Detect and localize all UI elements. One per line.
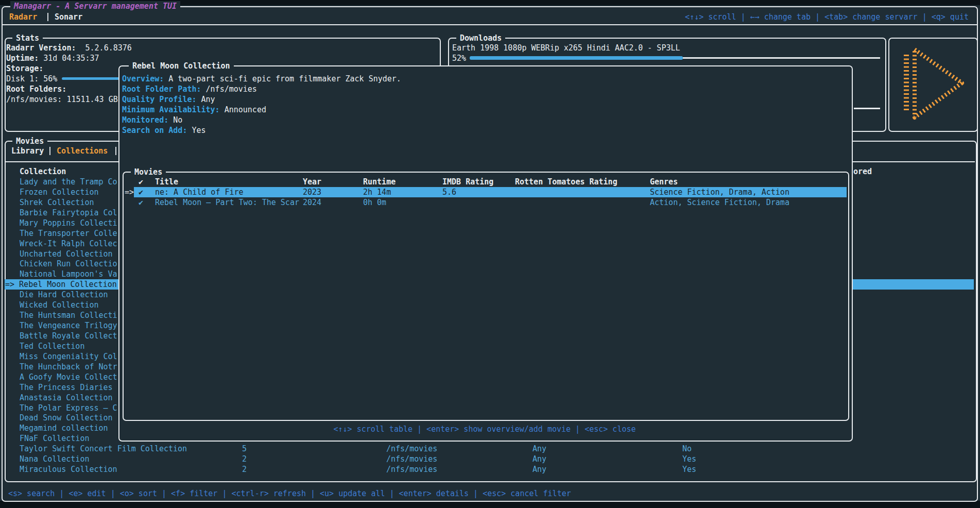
collection-cell-root_folder: /nfs/movies [386, 464, 437, 475]
collection-list-item[interactable]: Frozen Collection [20, 187, 99, 197]
tab-collections[interactable]: Collections [57, 146, 108, 156]
modal-movie-cell-year[interactable]: 2024 [303, 197, 321, 208]
stats-version-label: Radarr Version: [6, 43, 76, 53]
collection-list-item[interactable]: Chicken Run Collectio [20, 259, 117, 269]
modal-movie-cell-check[interactable]: ✔ [139, 197, 143, 208]
modal-keybinds: <↑↓> scroll table | <enter> show overvie… [118, 424, 851, 434]
modal-field: Monitored: No [122, 115, 182, 125]
download-progress-trail [683, 57, 880, 59]
modal-column-header: Title [155, 177, 178, 187]
modal-field: Search on Add: Yes [122, 125, 206, 136]
monitored-column-header-cut: ored [853, 166, 872, 177]
stats-uptime-value: 31d 04:35:37 [39, 54, 99, 63]
stats-storage-label: Storage: [6, 63, 43, 74]
tabs-separator-line [2, 24, 978, 25]
modal-field: Quality Profile: Any [122, 94, 215, 105]
collection-list-item[interactable]: National Lampoon's Va [20, 269, 117, 279]
modal-column-header: IMDB Rating [442, 177, 493, 187]
collection-list-item[interactable]: The Transporter Colle [20, 228, 117, 239]
tab-sonarr[interactable]: Sonarr [55, 12, 82, 22]
collection-list-item[interactable]: Dead Snow Collection [20, 413, 113, 423]
modal-movies-table-box: Movies [123, 172, 849, 421]
stats-version-line: Radarr Version: 5.2.6.8376 [6, 43, 132, 53]
modal-field-label: Overview: [122, 74, 164, 83]
collection-list-item[interactable]: The Hunchback of Notr [20, 362, 117, 372]
tab-divider [47, 13, 48, 21]
modal-movie-cell-imdb: 5.6 [442, 187, 456, 197]
collection-list-item[interactable]: Miraculous Collection [20, 464, 117, 475]
download-percent: 52% [452, 53, 466, 63]
collection-cell-root_folder: /nfs/movies [386, 454, 437, 464]
collection-list-item[interactable]: A Goofy Movie Collect [20, 372, 117, 382]
modal-field: Root Folder Path: /nfs/movies [122, 84, 257, 94]
selected-row-highlight-sliver [853, 279, 974, 290]
collection-list-item[interactable]: Ted Collection [20, 341, 84, 351]
footer-keybinds: <s> search | <e> edit | <o> sort | <f> f… [8, 488, 571, 499]
download2-progress-trail [854, 108, 880, 109]
collection-list-item[interactable]: Nana Collection [20, 454, 89, 464]
modal-movie-cell-genres[interactable]: Action, Science Fiction, Drama [650, 197, 789, 208]
collection-cell-quality_profile: Any [532, 444, 546, 454]
collection-list-item-selected[interactable]: => Rebel Moon Collection [5, 279, 119, 290]
modal-movie-cell-check: ✔ [139, 187, 143, 197]
modal-column-header: Rotten Tomatoes Rating [515, 177, 617, 187]
managarr-play-logo-icon [899, 44, 967, 123]
collection-list-item[interactable]: Lady and the Tramp Co [20, 177, 117, 187]
collection-column-header: Collection [20, 166, 66, 177]
collection-list-item[interactable]: Wreck-It Ralph Collec [20, 239, 117, 249]
collection-cell-movie_count: 2 [242, 464, 247, 475]
collection-list-item[interactable]: Die Hard Collection [20, 290, 108, 300]
modal-movie-cell-runtime: 2h 14m [363, 187, 391, 197]
collection-list-item[interactable]: The Polar Express – C [20, 403, 117, 413]
collection-cell-movie_count: 2 [242, 454, 247, 464]
collection-list-item[interactable]: Miss Congeniality Col [20, 351, 117, 362]
collection-list-item[interactable]: The Princess Diaries [20, 382, 113, 393]
terminal-bottom-strip [0, 501, 980, 508]
modal-selected-row-prefix: => [125, 187, 134, 197]
modal-movie-cell-year: 2023 [303, 187, 321, 197]
collection-list-item[interactable]: Uncharted Collection [20, 249, 113, 259]
stats-uptime-label: Uptime: [6, 54, 39, 63]
modal-title: Rebel Moon Collection [129, 61, 234, 71]
collection-list-item[interactable]: The Huntsman Collecti [20, 310, 117, 320]
collection-list-item[interactable]: The Vengeance Trilogy [20, 320, 117, 331]
collection-list-item[interactable]: Taylor Swift Concert Film Collection [20, 444, 187, 454]
stats-uptime-line: Uptime: 31d 04:35:37 [6, 53, 99, 63]
stats-title: Stats [12, 33, 43, 43]
collection-list-item[interactable]: Barbie Fairytopia Col [20, 208, 117, 218]
stats-version-value: 5.2.6.8376 [76, 43, 131, 53]
collection-list-item[interactable]: Battle Royale Collect [20, 331, 117, 341]
collection-list-item[interactable]: Anastasia Collection [20, 393, 113, 403]
collection-list-item[interactable]: Mary Poppins Collecti [20, 218, 117, 228]
collection-cell-quality_profile: Any [532, 454, 546, 464]
tab-radarr[interactable]: Radarr [9, 12, 37, 22]
modal-column-header: ✔ [139, 177, 143, 187]
collection-list-item[interactable]: Shrek Collection [20, 197, 94, 208]
collection-list-item[interactable]: Megamind collection [20, 423, 108, 433]
collection-cell-movie_count: 5 [242, 444, 247, 454]
modal-movie-cell-genres: Science Fiction, Drama, Action [650, 187, 789, 197]
managarr-app: Managarr - A Servarr management TUI Rada… [0, 0, 980, 508]
modal-field: Minimum Availability: Announced [122, 105, 266, 115]
modal-movies-title: Movies [131, 167, 166, 177]
collection-cell-monitored: Yes [682, 454, 696, 464]
download-progress-fill [470, 56, 683, 60]
stats-root-folder-line: /nfs/movies: 11511.43 GB [6, 94, 118, 105]
stats-disk-line: Disk 1: 56% [6, 74, 57, 84]
library-tab-divider [49, 147, 50, 155]
collection-cell-quality_profile: Any [532, 464, 546, 475]
modal-field-label: Quality Profile: [122, 95, 197, 104]
collection-list-item[interactable]: Wicked Collection [20, 300, 99, 310]
download-progress-bar [470, 56, 880, 60]
tab-library[interactable]: Library [11, 146, 44, 156]
collection-list-item[interactable]: FNaF Collection [20, 433, 89, 444]
modal-column-header: Genres [650, 177, 678, 187]
modal-field-label: Minimum Availability: [122, 105, 220, 114]
modal-movie-cell-title[interactable]: Rebel Moon – Part Two: The Scar [155, 197, 299, 208]
collections-tab-divider [115, 147, 116, 155]
app-title: Managarr - A Servarr management TUI [10, 1, 180, 11]
modal-field: Overview: A two-part sci-fi epic from fi… [122, 74, 401, 84]
stats-root-folders-label: Root Folders: [6, 84, 66, 94]
top-keybinds: <↑↓> scroll | ←→ change tab | <tab> chan… [685, 12, 969, 22]
modal-movie-cell-runtime[interactable]: 0h 0m [363, 197, 386, 208]
